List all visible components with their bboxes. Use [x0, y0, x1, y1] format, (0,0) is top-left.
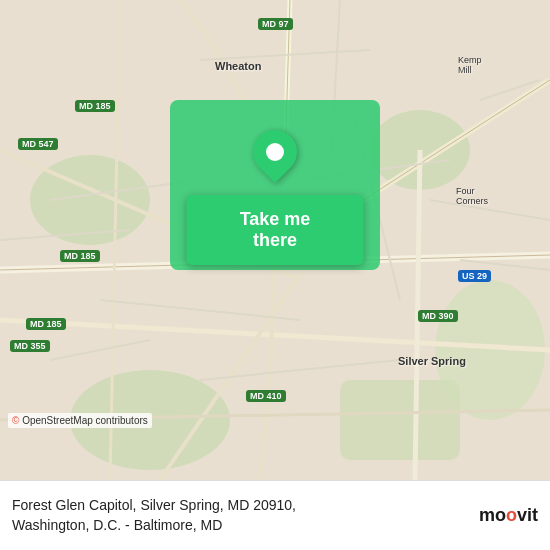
road-label-md185-mid: MD 185 [60, 250, 100, 262]
road-label-md185-low: MD 185 [26, 318, 66, 330]
address-line1: Forest Glen Capitol, Silver Spring, MD 2… [12, 496, 469, 516]
moovit-logo-dot: o [506, 505, 517, 525]
take-me-there-button[interactable]: Take me there [187, 195, 364, 265]
svg-point-1 [30, 155, 150, 245]
road-label-md410: MD 410 [246, 390, 286, 402]
road-label-md390: MD 390 [418, 310, 458, 322]
moovit-logo-text: moovit [479, 505, 538, 526]
moovit-logo: moovit [479, 505, 538, 526]
road-label-md355: MD 355 [10, 340, 50, 352]
osm-attribution-text: © OpenStreetMap contributors [12, 415, 148, 426]
address-text: Forest Glen Capitol, Silver Spring, MD 2… [12, 496, 469, 535]
svg-rect-4 [340, 380, 460, 460]
osm-attribution: © OpenStreetMap contributors [8, 413, 152, 428]
road-label-md97: MD 97 [258, 18, 293, 30]
road-label-md547: MD 547 [18, 138, 58, 150]
place-label-four-corners: FourCorners [456, 186, 488, 206]
place-label-kemp-mill: KempMill [458, 55, 482, 75]
place-label-wheaton: Wheaton [215, 60, 261, 72]
address-line2: Washington, D.C. - Baltimore, MD [12, 516, 469, 536]
location-pin [253, 130, 297, 174]
road-label-md185-top: MD 185 [75, 100, 115, 112]
map-container: MD 97 MD 185 MD 547 MD 185 MD 185 MD 355… [0, 0, 550, 480]
place-label-silver-spring: Silver Spring [398, 355, 466, 367]
road-label-us29: US 29 [458, 270, 491, 282]
info-bar: Forest Glen Capitol, Silver Spring, MD 2… [0, 480, 550, 550]
